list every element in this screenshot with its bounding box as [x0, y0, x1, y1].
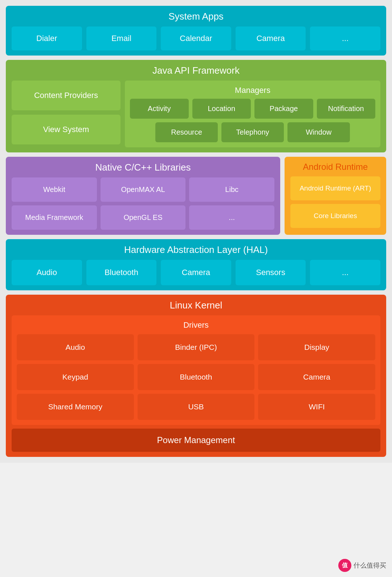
native-libs-title: Native C/C++ Libraries [12, 162, 274, 173]
hal-more: ... [310, 260, 380, 285]
java-api-title: Java API Framework [12, 65, 380, 76]
manager-package: Package [254, 99, 313, 119]
driver-wifi: WIFI [258, 394, 375, 420]
java-api-layer: Java API Framework Content Providers Vie… [6, 60, 386, 152]
runtime-core-libs: Core Libraries [290, 204, 380, 228]
hal-title: Hardware Abstraction Layer (HAL) [12, 244, 380, 255]
java-api-left: Content Providers View System [12, 81, 121, 147]
driver-usb: USB [138, 394, 255, 420]
system-apps-layer: System Apps Dialer Email Calendar Camera… [6, 6, 386, 56]
watermark-icon: 值 [338, 559, 351, 572]
android-architecture-diagram: System Apps Dialer Email Calendar Camera… [0, 0, 392, 463]
driver-audio: Audio [17, 334, 134, 360]
native-more: ... [189, 205, 274, 230]
hal-bluetooth: Bluetooth [86, 260, 157, 285]
native-webkit: Webkit [12, 177, 97, 202]
app-camera: Camera [236, 26, 306, 50]
android-runtime-layer: Android Runtime Android Runtime (ART) Co… [285, 157, 386, 235]
hal-sensors: Sensors [236, 260, 306, 285]
native-grid: Webkit OpenMAX AL Libc Media Framework O… [12, 177, 274, 230]
managers-row2: Resource Telephony Window [130, 122, 375, 142]
content-providers-box: Content Providers [12, 81, 121, 110]
linux-kernel-title: Linux Kernel [12, 300, 380, 311]
driver-shared-memory: Shared Memory [17, 394, 134, 420]
watermark-text: 什么值得买 [354, 561, 386, 570]
linux-kernel-layer: Linux Kernel Drivers Audio Binder (IPC) … [6, 295, 386, 457]
native-openmax: OpenMAX AL [101, 177, 186, 202]
java-api-content: Content Providers View System Managers A… [12, 81, 380, 147]
drivers-title: Drivers [17, 320, 375, 330]
managers-container: Managers Activity Location Package Notif… [125, 81, 380, 147]
manager-notification: Notification [317, 99, 376, 119]
native-opengl: OpenGL ES [101, 205, 186, 230]
driver-bluetooth: Bluetooth [138, 364, 255, 390]
native-libc: Libc [189, 177, 274, 202]
drivers-grid: Audio Binder (IPC) Display Keypad Blueto… [17, 334, 375, 420]
driver-binder: Binder (IPC) [138, 334, 255, 360]
manager-window: Window [287, 122, 350, 142]
managers-row1: Activity Location Package Notification [130, 99, 375, 119]
watermark: 值 什么值得买 [338, 559, 386, 572]
runtime-art: Android Runtime (ART) [290, 176, 380, 200]
manager-activity: Activity [130, 99, 189, 119]
manager-location: Location [192, 99, 251, 119]
manager-resource: Resource [155, 122, 218, 142]
driver-keypad: Keypad [17, 364, 134, 390]
native-libs-layer: Native C/C++ Libraries Webkit OpenMAX AL… [6, 157, 280, 235]
app-calendar: Calendar [161, 26, 231, 50]
view-system-box: View System [12, 115, 121, 144]
app-email: Email [86, 26, 157, 50]
middle-layer: Native C/C++ Libraries Webkit OpenMAX AL… [6, 157, 386, 235]
power-management-box: Power Management [12, 429, 380, 452]
system-apps-grid: Dialer Email Calendar Camera ... [12, 26, 380, 50]
hal-camera: Camera [161, 260, 231, 285]
android-runtime-title: Android Runtime [290, 162, 380, 172]
hal-layer: Hardware Abstraction Layer (HAL) Audio B… [6, 239, 386, 290]
drivers-section: Drivers Audio Binder (IPC) Display Keypa… [12, 315, 380, 425]
native-media: Media Framework [12, 205, 97, 230]
driver-display: Display [258, 334, 375, 360]
system-apps-title: System Apps [12, 11, 380, 22]
app-more: ... [310, 26, 380, 50]
runtime-grid: Android Runtime (ART) Core Libraries [290, 176, 380, 228]
app-dialer: Dialer [12, 26, 82, 50]
driver-camera: Camera [258, 364, 375, 390]
manager-telephony: Telephony [221, 122, 284, 142]
hal-grid: Audio Bluetooth Camera Sensors ... [12, 260, 380, 285]
hal-audio: Audio [12, 260, 82, 285]
managers-title: Managers [130, 86, 375, 95]
